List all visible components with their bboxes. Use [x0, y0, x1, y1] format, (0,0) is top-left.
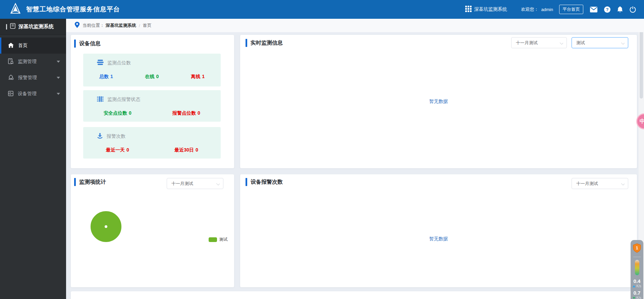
- topbar-right: 深基坑监测系统 欢迎您： admin 平台首页 ?: [465, 0, 636, 19]
- status-bars-icon: [97, 96, 104, 103]
- card-header: 设备报警次数: [246, 178, 283, 186]
- stat-last-day: 最近一天0: [83, 147, 152, 153]
- breadcrumb-system-link[interactable]: 深基坑监测系统: [106, 22, 136, 28]
- device-drive-icon: [8, 91, 13, 97]
- point-select[interactable]: 测试: [572, 37, 628, 48]
- title-accent-bar: [246, 178, 247, 186]
- download-speed-value: 0.7: [634, 290, 641, 295]
- sidebar: 深基坑监测系统 首页 监测管理: [0, 19, 66, 299]
- card-title: 设备报警次数: [251, 179, 283, 186]
- next-row-card-partial: [71, 291, 637, 299]
- month-select[interactable]: 十一月测试: [572, 178, 628, 189]
- title-accent-bar: [74, 40, 76, 48]
- month-select[interactable]: 十一月测试: [167, 178, 223, 189]
- stat-online: 在线0: [129, 74, 175, 80]
- stat-total: 总数1: [83, 74, 129, 80]
- card-header: 监测项统计: [74, 178, 106, 186]
- power-icon[interactable]: [630, 6, 636, 13]
- panel-title: 监测点报警状态: [107, 97, 140, 103]
- no-data-text: 暂无数据: [240, 99, 637, 105]
- panel-stats: 最近一天0 最近30日0: [83, 147, 221, 153]
- card-header: 实时监测信息: [246, 39, 283, 47]
- panel-header: 监测点位数: [93, 60, 131, 66]
- current-system-name: 深基坑监测系统: [474, 6, 507, 12]
- sidebar-item-label: 首页: [18, 43, 28, 49]
- alarm-count-panel: 报警次数 最近一天0 最近30日0: [83, 127, 221, 159]
- system-switcher[interactable]: 深基坑监测系统: [465, 6, 507, 13]
- sidebar-header: 深基坑监测系统: [0, 19, 66, 35]
- portal-home-button[interactable]: 平台首页: [559, 5, 583, 14]
- top-bar: 智慧工地综合管理服务信息平台 深基坑监测系统 欢迎您： admin 平台首页: [0, 0, 644, 19]
- arrow-up-icon: [633, 285, 635, 287]
- sidebar-item-home[interactable]: 首页: [0, 38, 66, 54]
- chevron-down-icon: [57, 93, 60, 95]
- monitor-item-stats-card: 监测项统计 十一月测试 测试: [71, 174, 234, 287]
- arrow-down-icon: [633, 297, 635, 299]
- no-data-text: 暂无数据: [240, 236, 637, 242]
- speed-gauge-icon: [635, 260, 639, 275]
- sidebar-item-label: 报警管理: [18, 75, 37, 81]
- chevron-down-icon: [560, 41, 563, 45]
- sidebar-item-device-mgmt[interactable]: 设备管理: [0, 86, 66, 102]
- upload-speed-value: 0.4: [634, 279, 641, 284]
- alarm-status-panel: 监测点报警状态 安全点位数0 报警点位数0: [83, 90, 221, 122]
- notebook-icon: [10, 23, 15, 30]
- breadcrumb: 当前位置： 深基坑监测系统 / 首页: [66, 19, 644, 32]
- username: admin: [541, 7, 553, 12]
- breadcrumb-current-link[interactable]: 首页: [143, 22, 152, 28]
- card-title: 监测项统计: [79, 179, 106, 186]
- stat-safe-points: 安全点位数0: [83, 110, 152, 116]
- sidebar-menu: 首页 监测管理: [0, 38, 66, 102]
- stat-offline: 离线1: [175, 74, 221, 80]
- divider: [633, 257, 641, 257]
- mail-icon[interactable]: [590, 7, 597, 12]
- sidebar-item-label: 设备管理: [18, 91, 37, 97]
- svg-text:1: 1: [636, 246, 638, 250]
- title-accent-bar: [74, 178, 76, 186]
- legend-label: 测试: [219, 237, 227, 242]
- location-pin-icon: [74, 22, 80, 29]
- home-icon: [8, 43, 14, 49]
- card-header: 设备信息: [74, 40, 101, 48]
- panel-title: 监测点位数: [107, 60, 131, 66]
- panel-stats: 总数1 在线0 离线1: [83, 74, 221, 80]
- layers-icon: [97, 60, 104, 66]
- realtime-monitor-card: 实时监测信息 十一月测试 测试 暂无数据: [240, 35, 637, 168]
- alarm-siren-icon: [8, 74, 14, 81]
- monitor-doc-icon: [8, 58, 13, 65]
- apps-grid-icon: [465, 6, 472, 13]
- shield-badge-icon[interactable]: 1: [633, 243, 641, 254]
- title-accent-bar: [246, 39, 247, 47]
- bell-icon[interactable]: [617, 6, 623, 13]
- sidebar-accent-bar: [6, 24, 7, 29]
- help-icon[interactable]: ?: [604, 6, 610, 13]
- card-title: 设备信息: [79, 40, 101, 47]
- month-select[interactable]: 十一月测试: [511, 37, 567, 48]
- panel-header: 报警次数: [93, 133, 125, 140]
- download-arrow-icon: [97, 133, 103, 140]
- upload-speed-unit: K/s: [633, 284, 641, 288]
- legend-item[interactable]: 测试: [209, 237, 227, 242]
- sidebar-item-label: 监测管理: [18, 59, 37, 65]
- net-monitor-widget[interactable]: 1 0.4 K/s 0.7 K/s: [631, 240, 643, 299]
- scrollbar-thumb[interactable]: [640, 21, 643, 99]
- svg-text:?: ?: [606, 7, 609, 12]
- card-title: 实时监测信息: [251, 40, 283, 47]
- monitor-points-panel: 监测点位数 总数1 在线0 离线1: [83, 54, 221, 86]
- platform-title: 智慧工地综合管理服务信息平台: [26, 5, 120, 14]
- language-float-button[interactable]: 中: [636, 113, 644, 129]
- breadcrumb-prefix: 当前位置：: [83, 22, 104, 28]
- chevron-down-icon: [216, 182, 220, 185]
- welcome-label: 欢迎您：: [521, 6, 539, 12]
- logo-icon: [9, 3, 21, 16]
- chevron-down-icon: [621, 41, 625, 45]
- sidebar-item-monitor-mgmt[interactable]: 监测管理: [0, 54, 66, 70]
- chevron-down-icon: [621, 182, 625, 185]
- sidebar-system-title: 深基坑监测系统: [18, 23, 54, 30]
- sidebar-item-alarm-mgmt[interactable]: 报警管理: [0, 70, 66, 86]
- stat-alarm-points: 报警点位数0: [152, 110, 221, 116]
- breadcrumb-separator: /: [139, 23, 140, 28]
- chevron-down-icon: [57, 77, 60, 79]
- donut-ring[interactable]: [91, 211, 121, 242]
- download-speed-unit: K/s: [633, 296, 641, 299]
